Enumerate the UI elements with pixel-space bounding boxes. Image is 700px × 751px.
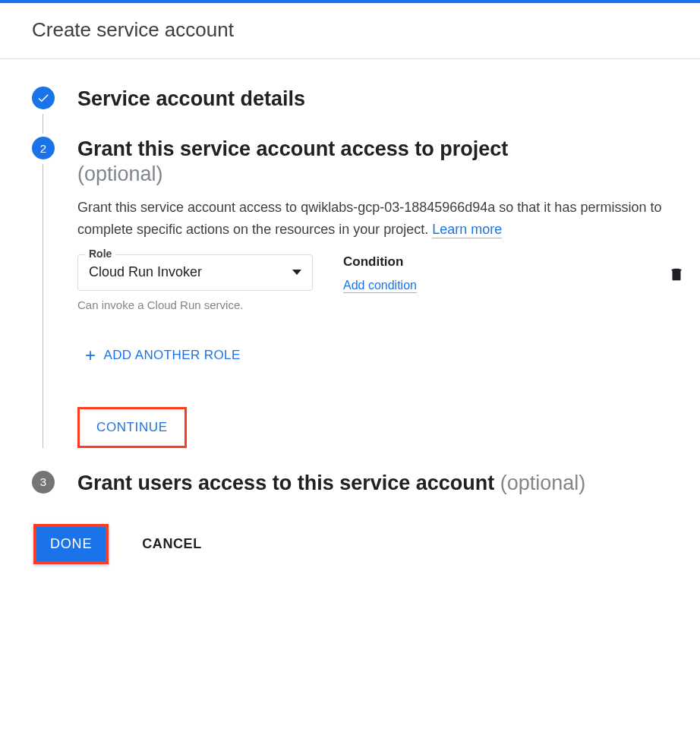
trash-icon	[668, 273, 685, 286]
page-header: Create service account	[0, 3, 700, 59]
chevron-down-icon	[292, 270, 301, 275]
page-title: Create service account	[32, 18, 677, 42]
step-connector	[43, 114, 43, 134]
condition-label: Condition	[343, 254, 417, 270]
step-2-optional-label: (optional)	[77, 163, 163, 185]
step-2-description: Grant this service account access to qwi…	[77, 197, 685, 241]
add-condition-link[interactable]: Add condition	[343, 279, 417, 293]
step-2-title: Grant this service account access to pro…	[77, 137, 685, 186]
step-3-optional-label: (optional)	[500, 472, 586, 494]
role-help-text: Can invoke a Cloud Run service.	[77, 298, 313, 311]
role-select[interactable]: Cloud Run Invoker	[77, 254, 313, 291]
delete-role-button[interactable]	[668, 265, 685, 286]
condition-column: Condition Add condition	[343, 254, 685, 292]
wizard-content: Service account details 2 Grant this ser…	[0, 59, 700, 579]
continue-button[interactable]: CONTINUE	[77, 407, 187, 448]
step-connector	[43, 164, 43, 447]
role-field-label: Role	[85, 248, 115, 260]
step-1-check-icon	[32, 87, 55, 109]
step-3-title: Grant users access to this service accou…	[77, 471, 685, 495]
footer-actions: DONE CANCEL	[32, 524, 685, 564]
step-3: 3 Grant users access to this service acc…	[32, 471, 685, 495]
step-2-number-badge: 2	[32, 137, 55, 159]
add-another-role-button[interactable]: + ADD ANOTHER ROLE	[77, 346, 241, 364]
step-3-number-badge: 3	[32, 471, 55, 494]
done-button[interactable]: DONE	[33, 524, 109, 564]
role-field: Role Cloud Run Invoker Can invoke a Clou…	[77, 254, 313, 311]
step-1: Service account details	[32, 87, 685, 111]
plus-icon: +	[85, 346, 96, 364]
step-1-title: Service account details	[77, 87, 685, 111]
role-row: Role Cloud Run Invoker Can invoke a Clou…	[77, 254, 685, 311]
role-select-value: Cloud Run Invoker	[89, 264, 202, 280]
step-2: 2 Grant this service account access to p…	[32, 137, 685, 447]
project-id: qwiklabs-gcp-03-18845966d94a	[301, 200, 495, 215]
learn-more-link[interactable]: Learn more	[432, 222, 502, 238]
cancel-button[interactable]: CANCEL	[137, 535, 207, 553]
